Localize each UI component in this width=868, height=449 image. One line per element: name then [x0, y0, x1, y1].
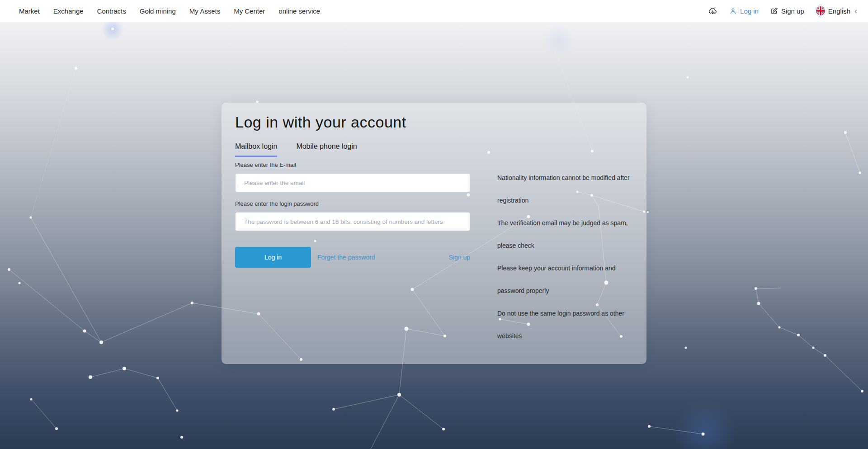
nav-item-gold-mining[interactable]: Gold mining — [140, 7, 176, 15]
signup-link[interactable]: Sign up — [449, 254, 470, 261]
account-notes: Nationality information cannot be modifi… — [497, 166, 638, 347]
password-field[interactable] — [235, 212, 470, 231]
top-navigation-bar: Market Exchange Contracts Gold mining My… — [0, 0, 868, 22]
note-nationality: Nationality information cannot be modifi… — [497, 166, 638, 212]
chevron-left-icon: ‹ — [854, 7, 857, 15]
password-label: Please enter the login password — [235, 200, 470, 207]
topbar-login-label: Log in — [740, 7, 759, 15]
uk-flag-icon — [816, 6, 825, 15]
language-selector[interactable]: English ‹ — [816, 6, 857, 15]
nav-right-actions: Log in Sign up English ‹ — [708, 6, 857, 16]
nav-item-exchange[interactable]: Exchange — [53, 7, 84, 15]
login-form: Please enter the E-mail Please enter the… — [235, 161, 470, 268]
forgot-password-link[interactable]: Forget the password — [317, 254, 375, 261]
nav-item-my-center[interactable]: My Center — [234, 7, 265, 15]
note-unique-password: Do not use the same login password as ot… — [497, 302, 638, 347]
topbar-signup-label: Sign up — [781, 7, 804, 15]
topbar-login-button[interactable]: Log in — [729, 7, 759, 15]
email-field[interactable] — [235, 173, 470, 192]
glow-spot — [674, 400, 737, 449]
login-card: Log in with your account Mailbox login M… — [222, 103, 646, 364]
tab-mailbox-login[interactable]: Mailbox login — [235, 142, 277, 157]
topbar-signup-button[interactable]: Sign up — [770, 7, 804, 15]
login-button[interactable]: Log in — [235, 247, 311, 268]
page-title: Log in with your account — [235, 113, 406, 131]
language-label: English — [828, 7, 850, 15]
user-icon — [729, 7, 737, 15]
login-tabs: Mailbox login Mobile phone login — [235, 142, 357, 157]
main-menu: Market Exchange Contracts Gold mining My… — [19, 7, 320, 15]
nav-item-contracts[interactable]: Contracts — [97, 7, 126, 15]
cloud-download-icon[interactable] — [708, 6, 717, 16]
tab-mobile-phone-login[interactable]: Mobile phone login — [296, 142, 357, 157]
nav-item-market[interactable]: Market — [19, 7, 40, 15]
note-verification-email: The verification email may be judged as … — [497, 212, 638, 257]
email-label: Please enter the E-mail — [235, 161, 470, 168]
nav-item-my-assets[interactable]: My Assets — [189, 7, 220, 15]
nav-item-online-service[interactable]: online service — [278, 7, 320, 15]
edit-square-icon — [770, 7, 778, 15]
glow-spot — [542, 25, 574, 57]
note-keep-account-info: Please keep your account information and… — [497, 257, 638, 302]
login-actions-row: Log in Forget the password Sign up — [235, 247, 470, 268]
